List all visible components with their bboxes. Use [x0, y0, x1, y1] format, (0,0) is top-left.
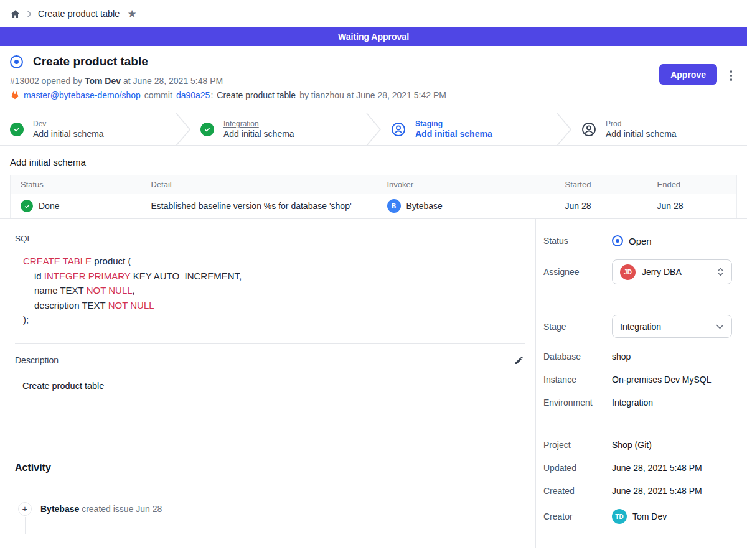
issue-sidebar: Status Open Assignee JD Jerry DBA Stage … [535, 219, 747, 548]
commit-message: Create product table [217, 90, 296, 100]
created-value: June 28, 2021 5:48 PM [612, 486, 732, 496]
creator-label: Creator [543, 511, 612, 521]
user-circle-icon [391, 122, 406, 137]
task-section: Add initial schema Status Detail Invoker… [0, 146, 747, 218]
stage-integration[interactable]: Integration Add initial schema [190, 113, 366, 145]
stage-env-label: Integration [223, 119, 294, 128]
activity-action: created issue Jun 28 [82, 504, 162, 514]
stage-env-label: Prod [606, 119, 677, 128]
stage-row: Stage Integration [543, 315, 732, 338]
assignee-value: Jerry DBA [642, 267, 711, 277]
stage-staging[interactable]: Staging Add initial schema [381, 113, 557, 145]
creator-avatar: TD [612, 509, 627, 524]
issue-id-text: #13002 opened by [10, 76, 82, 86]
stage-dev[interactable]: Dev Add initial schema [0, 113, 176, 145]
col-ended: Ended [652, 175, 737, 194]
commit-byline: by tianzhou at June 28, 2021 5:42 PM [299, 90, 446, 100]
task-ended: Jun 28 [652, 194, 737, 218]
issue-title: Create product table [33, 55, 148, 68]
commit-colon: : [210, 90, 213, 100]
stage-task-label: Add initial schema [606, 129, 677, 139]
stage-env-label: Dev [33, 119, 104, 128]
more-actions-icon[interactable] [729, 69, 734, 82]
task-detail: Established baseline version %s for data… [146, 194, 382, 218]
invoker-avatar: B [387, 199, 401, 213]
commit-word: commit [144, 90, 172, 100]
activity-author: Bytebase [40, 504, 79, 514]
sql-code-block: CREATE TABLE product ( id INTEGER PRIMAR… [23, 254, 525, 327]
task-table: Status Detail Invoker Started Ended Done… [10, 175, 737, 218]
task-status: Done [39, 201, 59, 211]
task-row[interactable]: Done Established baseline version %s for… [11, 194, 737, 218]
created-row: Created June 28, 2021 5:48 PM [543, 486, 732, 496]
stage-task-label: Add initial schema [223, 129, 294, 139]
issue-meta: #13002 opened by Tom Dev at June 28, 202… [10, 76, 737, 86]
check-circle-icon [10, 123, 24, 136]
col-status: Status [11, 175, 146, 194]
favorite-star-icon[interactable]: ★ [127, 9, 136, 19]
stage-select[interactable]: Integration [612, 315, 732, 338]
description-label: Description [15, 355, 59, 365]
description-text: Create product table [22, 381, 525, 391]
plus-icon: + [18, 502, 32, 516]
approve-button[interactable]: Approve [659, 64, 717, 85]
project-row: Project Shop (Git) [543, 440, 732, 450]
issue-header: Create product table #13002 opened by To… [0, 46, 747, 113]
stage-separator [366, 113, 381, 145]
sql-label: SQL [15, 234, 525, 243]
stage-separator [176, 113, 190, 145]
section-divider [15, 343, 525, 344]
commit-info: master@bytebase-demo/shop commit da90a25… [10, 90, 737, 100]
stage-prod[interactable]: Prod Add initial schema [571, 113, 747, 145]
up-down-chevron-icon [717, 266, 724, 278]
col-invoker: Invoker [382, 175, 560, 194]
gitlab-icon [10, 90, 20, 100]
issue-open-icon [10, 55, 23, 68]
database-row: Database shop [543, 352, 732, 362]
stage-task-label: Add initial schema [33, 129, 104, 139]
status-value: Open [629, 236, 652, 246]
assignee-select[interactable]: JD Jerry DBA [612, 259, 732, 284]
home-icon[interactable] [10, 9, 21, 19]
database-label: Database [543, 352, 612, 362]
assignee-label: Assignee [543, 267, 612, 277]
assignee-avatar: JD [620, 264, 636, 280]
branch-repo-link[interactable]: master@bytebase-demo/shop [24, 90, 141, 100]
task-invoker: Bytebase [406, 201, 443, 211]
stage-pipeline: Dev Add initial schema Integration Add i… [0, 113, 747, 146]
check-circle-icon [21, 200, 33, 212]
chevron-down-icon [716, 324, 724, 329]
activity-divider [15, 487, 525, 487]
project-label: Project [543, 440, 612, 450]
updated-row: Updated June 28, 2021 5:48 PM [543, 463, 732, 473]
edit-pencil-icon[interactable] [513, 354, 525, 366]
instance-value[interactable]: On-premises Dev MySQL [612, 375, 732, 385]
sidebar-divider [543, 302, 732, 302]
database-value[interactable]: shop [612, 352, 732, 362]
status-label: Status [543, 236, 612, 246]
instance-row: Instance On-premises Dev MySQL [543, 375, 732, 385]
breadcrumb: Create product table ★ [0, 0, 747, 27]
commit-hash-link[interactable]: da90a25 [176, 90, 210, 100]
environment-label: Environment [543, 398, 612, 408]
issue-body: SQL CREATE TABLE product ( id INTEGER PR… [0, 219, 535, 548]
issue-author: Tom Dev [85, 76, 121, 86]
status-open-icon [612, 235, 623, 246]
chevron-right-icon [27, 10, 32, 18]
environment-row: Environment Integration [543, 398, 732, 408]
creator-row: Creator TD Tom Dev [543, 509, 732, 524]
check-circle-icon [200, 123, 214, 136]
instance-label: Instance [543, 375, 612, 385]
user-circle-icon [581, 122, 596, 137]
task-heading: Add initial schema [10, 157, 737, 167]
col-detail: Detail [146, 175, 382, 194]
project-value[interactable]: Shop (Git) [612, 440, 732, 450]
issue-opened-time: at June 28, 2021 5:48 PM [123, 76, 223, 86]
activity-heading: Activity [15, 462, 525, 474]
stage-label: Stage [543, 322, 612, 332]
stage-env-label: Staging [415, 119, 492, 128]
col-started: Started [560, 175, 652, 194]
assignee-row: Assignee JD Jerry DBA [543, 259, 732, 284]
updated-value: June 28, 2021 5:48 PM [612, 463, 732, 473]
stage-task-label: Add initial schema [415, 129, 492, 139]
